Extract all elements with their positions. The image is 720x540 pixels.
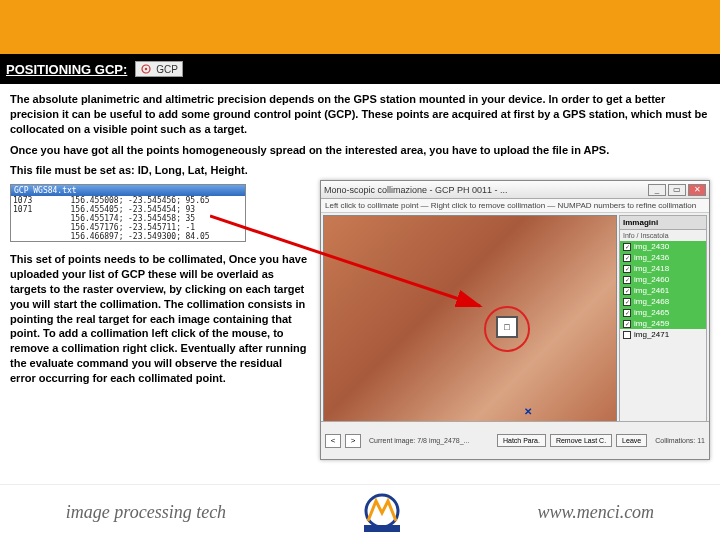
collimation-count: Collimations: 11: [651, 437, 705, 444]
footer-right-text: www.menci.com: [537, 502, 654, 523]
hatch-button[interactable]: Hatch Para.: [497, 434, 546, 447]
page-title: POSITIONING GCP:: [6, 62, 127, 77]
image-list-item[interactable]: ✓img_2418: [620, 263, 706, 274]
image-list-item[interactable]: ✓img_2436: [620, 252, 706, 263]
remove-last-button[interactable]: Remove Last C.: [550, 434, 612, 447]
red-arrow-icon: [210, 206, 500, 326]
image-list-item[interactable]: ✓img_2459: [620, 318, 706, 329]
checkbox-icon[interactable]: ✓: [623, 309, 631, 317]
maximize-button[interactable]: ▭: [668, 184, 686, 196]
footer-left-text: image processing tech: [66, 502, 226, 523]
leave-button[interactable]: Leave: [616, 434, 647, 447]
svg-rect-4: [364, 525, 400, 532]
panel-subheader: Info / Inscatola: [620, 230, 706, 241]
next-image-button[interactable]: >: [345, 434, 361, 448]
checkbox-icon[interactable]: ✓: [623, 254, 631, 262]
image-list: ✓img_2430✓img_2436✓img_2418✓img_2460✓img…: [620, 241, 706, 340]
menci-logo: [358, 493, 406, 533]
image-list-item[interactable]: ✓img_2468: [620, 296, 706, 307]
image-name: img_2418: [634, 264, 669, 273]
checkbox-icon[interactable]: ✓: [623, 298, 631, 306]
image-name: img_2436: [634, 253, 669, 262]
footer: image processing tech www.menci.com: [0, 484, 720, 540]
orange-banner: [0, 0, 720, 54]
intro-paragraph-3: This file must be set as: ID, Long, Lat,…: [10, 163, 710, 178]
gps-row: 1073156.455008;-23.545456;95.65: [11, 196, 245, 205]
image-name: img_2468: [634, 297, 669, 306]
checkbox-icon[interactable]: ✓: [623, 243, 631, 251]
checkbox-icon[interactable]: ✓: [623, 320, 631, 328]
content-area: The absolute planimetric and altimetric …: [0, 84, 720, 178]
bottom-toolbar: < > Current image: 7/8 img_2478_... Hatc…: [321, 421, 709, 459]
image-list-item[interactable]: img_2471: [620, 329, 706, 340]
checkbox-icon[interactable]: ✓: [623, 276, 631, 284]
image-name: img_2465: [634, 308, 669, 317]
image-name: img_2471: [634, 330, 669, 339]
intro-paragraph-1: The absolute planimetric and altimetric …: [10, 92, 710, 137]
minimize-button[interactable]: _: [648, 184, 666, 196]
image-list-panel: Immagini Info / Inscatola ✓img_2430✓img_…: [619, 215, 707, 431]
checkbox-icon[interactable]: ✓: [623, 287, 631, 295]
checkbox-icon[interactable]: ✓: [623, 265, 631, 273]
checkbox-icon[interactable]: [623, 331, 631, 339]
close-button[interactable]: ✕: [688, 184, 706, 196]
logo-icon: [358, 493, 406, 533]
svg-line-2: [210, 216, 480, 306]
window-controls: _ ▭ ✕: [648, 184, 706, 196]
status-text: Current image: 7/8 img_2478_...: [365, 437, 493, 444]
gps-window-title: GCP WGS84.txt: [11, 185, 245, 196]
image-name: img_2461: [634, 286, 669, 295]
image-list-item[interactable]: ✓img_2461: [620, 285, 706, 296]
target-icon: [140, 63, 152, 75]
image-list-item[interactable]: ✓img_2460: [620, 274, 706, 285]
gcp-badge: GCP: [135, 61, 183, 77]
window-title: Mono-scopic collimazione - GCP PH 0011 -…: [324, 185, 507, 195]
gcp-badge-label: GCP: [156, 64, 178, 75]
image-name: img_2430: [634, 242, 669, 251]
gcp-cross-icon: ✕: [524, 406, 532, 417]
intro-paragraph-2: Once you have got all the points homogen…: [10, 143, 710, 158]
window-titlebar[interactable]: Mono-scopic collimazione - GCP PH 0011 -…: [321, 181, 709, 199]
image-list-item[interactable]: ✓img_2430: [620, 241, 706, 252]
image-name: img_2460: [634, 275, 669, 284]
panel-header: Immagini: [620, 216, 706, 230]
prev-image-button[interactable]: <: [325, 434, 341, 448]
title-strip: POSITIONING GCP: GCP: [0, 54, 720, 84]
svg-point-1: [145, 68, 147, 70]
image-name: img_2459: [634, 319, 669, 328]
image-list-item[interactable]: ✓img_2465: [620, 307, 706, 318]
